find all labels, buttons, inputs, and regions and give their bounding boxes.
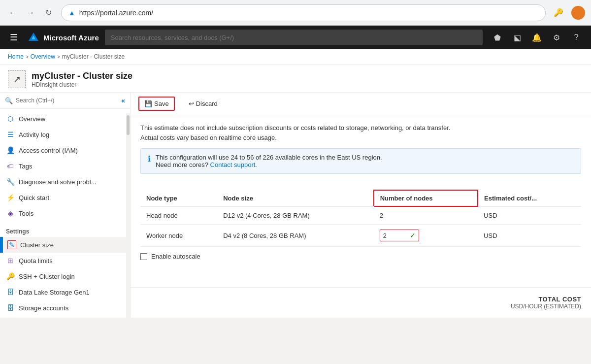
hamburger-menu-button[interactable]: ☰ [6, 30, 22, 45]
azure-favicon-icon: ▲ [68, 9, 75, 17]
main-panel: 💾 Save ↩ Discard This estimate does not … [131, 93, 591, 318]
refresh-button[interactable]: ↻ [41, 6, 55, 20]
help-icon[interactable]: ? [567, 29, 585, 46]
discard-icon: ↩ [189, 100, 194, 107]
head-node-count: 2 [374, 206, 478, 225]
sidebar-item-label: Activity log [19, 131, 49, 138]
iam-icon: 👤 [6, 146, 15, 155]
discard-label: Discard [196, 100, 218, 107]
azure-brand-text: Microsoft Azure [43, 33, 99, 42]
cluster-table: Node type Node size Number of nodes Esti… [140, 190, 581, 247]
toolbar: 💾 Save ↩ Discard [131, 93, 591, 115]
contact-support-link[interactable]: Contact support. [210, 161, 257, 168]
overview-icon: ⬡ [6, 114, 15, 123]
sidebar-search-icon: 🔍 [5, 97, 13, 104]
azure-topbar: ☰ Microsoft Azure ⬟ ⬕ 🔔 ⚙ ? [0, 26, 591, 49]
address-bar[interactable]: ▲ https://portal.azure.com/ [61, 4, 546, 21]
info-section: This estimate does not include subscript… [131, 115, 591, 182]
breadcrumb-sep-1: > [26, 54, 29, 60]
quick-start-icon: ⚡ [6, 193, 15, 202]
total-cost-sublabel: USD/HOUR (ESTIMATED) [140, 303, 581, 310]
sidebar-item-diagnose[interactable]: 🔧 Diagnose and solve probl... [0, 174, 130, 190]
sidebar-item-label: Diagnose and solve probl... [19, 178, 97, 186]
directory-icon[interactable]: ⬕ [508, 29, 526, 46]
user-avatar[interactable] [571, 6, 585, 20]
head-node-size: D12 v2 (4 Cores, 28 GB RAM) [217, 206, 373, 225]
toolbar-separator [179, 99, 179, 109]
sidebar-item-label: Cluster size [20, 241, 54, 249]
col-header-estimated-cost: Estimated cost/... [478, 190, 581, 206]
col-header-number-of-nodes: Number of nodes [374, 190, 478, 206]
settings-gear-icon[interactable]: ⚙ [548, 29, 565, 46]
sidebar-search-input[interactable] [16, 97, 118, 104]
sidebar-item-label: Tools [19, 210, 33, 217]
cloud-shell-icon[interactable]: ⬟ [489, 29, 506, 46]
info-box: ℹ This configuration will use 24 to 56 o… [140, 148, 581, 174]
discard-button[interactable]: ↩ Discard [183, 97, 223, 110]
table-row: Worker node D4 v2 (8 Cores, 28 GB RAM) 2… [140, 225, 581, 247]
table-row: Head node D12 v2 (4 Cores, 28 GB RAM) 2 … [140, 206, 581, 225]
sidebar-item-overview[interactable]: ⬡ Overview [0, 111, 130, 127]
nav-buttons: ← → ↻ [6, 6, 55, 20]
worker-node-type: Worker node [140, 225, 217, 247]
url-text: https://portal.azure.com/ [79, 9, 538, 17]
data-lake-icon: 🗄 [6, 288, 15, 297]
storage-accounts-icon: 🗄 [6, 303, 15, 312]
autoscale-label: Enable autoscale [151, 253, 200, 260]
diagnose-icon: 🔧 [6, 177, 15, 186]
sidebar-search[interactable]: 🔍 « [0, 93, 130, 109]
save-icon: 💾 [144, 100, 152, 107]
breadcrumb-current: myCluster - Cluster size [62, 53, 125, 60]
breadcrumb-overview[interactable]: Overview [31, 53, 55, 60]
sidebar-item-ssh-login[interactable]: 🔑 SSH + Cluster login [0, 268, 130, 284]
sidebar-item-data-lake[interactable]: 🗄 Data Lake Storage Gen1 [0, 284, 130, 300]
back-button[interactable]: ← [6, 6, 20, 20]
head-node-type: Head node [140, 206, 217, 225]
info-box-text-2: Need more cores? [156, 161, 208, 168]
sidebar-item-label: Quota limits [19, 257, 53, 265]
sidebar-item-quota-limits[interactable]: ⊞ Quota limits [0, 253, 130, 268]
sidebar-collapse-button[interactable]: « [121, 97, 125, 104]
sidebar-item-tools[interactable]: ◈ Tools [0, 205, 130, 221]
sidebar: 🔍 « ⬡ Overview ☰ Activity log 👤 Access c… [0, 93, 131, 318]
save-label: Save [154, 100, 169, 107]
tools-icon: ◈ [6, 209, 15, 218]
quota-limits-icon: ⊞ [6, 256, 15, 265]
tags-icon: 🏷 [6, 162, 15, 170]
key-icon[interactable]: 🔑 [552, 6, 565, 20]
settings-section-header: Settings [0, 221, 130, 237]
breadcrumb: Home > Overview > myCluster - Cluster si… [0, 49, 591, 65]
col-header-node-type: Node type [140, 190, 217, 206]
total-cost-label: TOTAL COST [140, 296, 581, 303]
sidebar-nav: ⬡ Overview ☰ Activity log 👤 Access contr… [0, 109, 130, 318]
breadcrumb-home[interactable]: Home [8, 53, 24, 60]
cluster-size-icon: ✎ [7, 240, 16, 249]
head-node-cost: USD [478, 206, 581, 225]
azure-logo: Microsoft Azure [28, 32, 99, 43]
save-button[interactable]: 💾 Save [138, 97, 175, 111]
sidebar-item-label: Data Lake Storage Gen1 [19, 289, 90, 296]
sidebar-item-quick-start[interactable]: ⚡ Quick start [0, 190, 130, 205]
content-area: 🔍 « ⬡ Overview ☰ Activity log 👤 Access c… [0, 93, 591, 318]
sidebar-item-tags[interactable]: 🏷 Tags [0, 158, 130, 174]
sidebar-item-label: Tags [19, 163, 32, 170]
worker-nodes-input-container[interactable]: 2 ✓ [380, 230, 419, 241]
page-subtitle: HDInsight cluster [32, 81, 132, 88]
forward-button[interactable]: → [24, 6, 37, 20]
azure-logo-icon [28, 32, 39, 43]
browser-chrome: ← → ↻ ▲ https://portal.azure.com/ 🔑 [0, 0, 591, 26]
page-title: myCluster - Cluster size [32, 71, 132, 81]
worker-nodes-value: 2 [383, 232, 387, 239]
worker-node-cost: USD [478, 225, 581, 247]
info-box-text: This configuration will use 24 to 56 of … [156, 154, 382, 161]
global-search-input[interactable] [105, 30, 483, 45]
sidebar-item-storage-accounts[interactable]: 🗄 Storage accounts [0, 300, 130, 316]
notification-bell-icon[interactable]: 🔔 [528, 29, 546, 46]
sidebar-item-cluster-size[interactable]: ✎ Cluster size [0, 237, 130, 253]
sidebar-item-iam[interactable]: 👤 Access control (IAM) [0, 142, 130, 158]
sidebar-item-label: Storage accounts [19, 304, 68, 312]
total-cost-section: TOTAL COST USD/HOUR (ESTIMATED) [131, 287, 591, 318]
autoscale-checkbox[interactable] [140, 253, 147, 260]
sidebar-item-activity-log[interactable]: ☰ Activity log [0, 127, 130, 142]
cluster-icon: ↗ [13, 74, 21, 85]
